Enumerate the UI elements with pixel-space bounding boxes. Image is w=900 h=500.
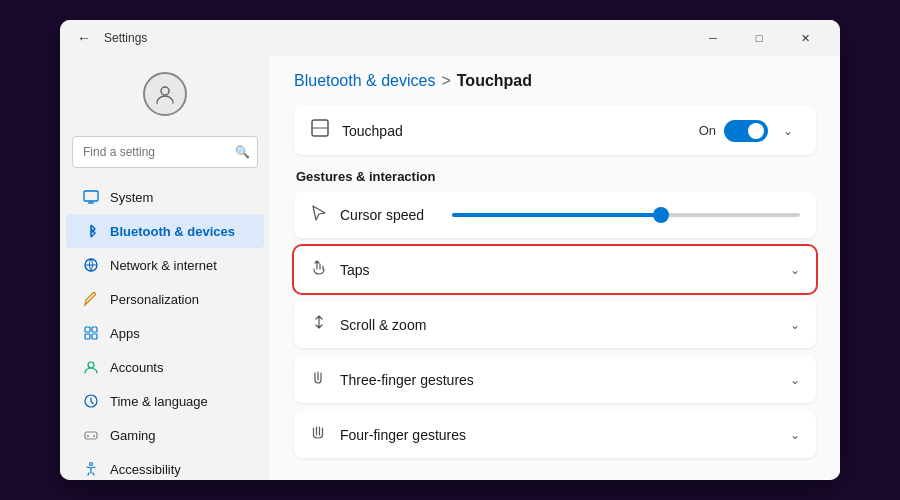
expand-row-three-finger[interactable]: Three-finger gestures ⌄ [294,356,816,403]
expand-row-four-finger[interactable]: Four-finger gestures ⌄ [294,411,816,458]
touchpad-card-right: On ⌄ [699,119,800,143]
window-title: Settings [104,31,147,45]
sidebar-label-system: System [110,190,153,205]
breadcrumb-parent[interactable]: Bluetooth & devices [294,72,435,90]
breadcrumb-separator: > [441,72,450,90]
four-finger-label: Four-finger gestures [340,427,778,443]
avatar[interactable] [143,72,187,116]
svg-rect-7 [85,334,90,339]
scroll-zoom-label: Scroll & zoom [340,317,778,333]
expand-row-scroll-zoom[interactable]: Scroll & zoom ⌄ [294,301,816,348]
sidebar-label-network: Network & internet [110,258,217,273]
sidebar-item-personalization[interactable]: Personalization [66,282,264,316]
three-finger-label: Three-finger gestures [340,372,778,388]
title-bar: ← Settings ─ □ ✕ [60,20,840,56]
sidebar: 🔍 System Bluetooth & devices Network & i… [60,56,270,480]
settings-window: ← Settings ─ □ ✕ 🔍 [60,20,840,480]
system-icon [82,188,100,206]
touchpad-card: Touchpad On ⌄ [294,106,816,155]
touchpad-chevron[interactable]: ⌄ [776,119,800,143]
touchpad-label: Touchpad [342,123,687,139]
svg-point-14 [93,435,95,437]
sidebar-item-bluetooth[interactable]: Bluetooth & devices [66,214,264,248]
sidebar-label-accessibility: Accessibility [110,462,181,477]
touchpad-toggle-label: On [699,123,716,138]
window-controls: ─ □ ✕ [690,20,828,56]
minimize-button[interactable]: ─ [690,20,736,56]
search-box: 🔍 [72,136,258,168]
three-finger-icon [310,368,328,391]
cursor-speed-row: Cursor speed [294,192,816,238]
touchpad-toggle[interactable] [724,120,768,142]
sidebar-label-apps: Apps [110,326,140,341]
scroll-zoom-chevron: ⌄ [790,318,800,332]
breadcrumb: Bluetooth & devices > Touchpad [294,72,816,90]
search-input[interactable] [72,136,258,168]
sidebar-item-system[interactable]: System [66,180,264,214]
sidebar-label-gaming: Gaming [110,428,156,443]
gaming-icon [82,426,100,444]
taps-icon [310,258,328,281]
svg-rect-6 [92,327,97,332]
content-area: 🔍 System Bluetooth & devices Network & i… [60,56,840,480]
sidebar-item-accessibility[interactable]: Accessibility [66,452,264,480]
toggle-knob [748,123,764,139]
apps-icon [82,324,100,342]
search-icon: 🔍 [235,145,250,159]
main-panel: Bluetooth & devices > Touchpad Touchpad … [270,56,840,480]
accessibility-icon [82,460,100,478]
cursor-speed-slider[interactable] [452,213,800,217]
gestures-section-header: Gestures & interaction [296,169,816,184]
sidebar-item-gaming[interactable]: Gaming [66,418,264,452]
avatar-section [60,56,270,132]
slider-thumb[interactable] [653,207,669,223]
cursor-icon [310,204,328,226]
scroll-zoom-icon [310,313,328,336]
svg-point-0 [161,87,169,95]
cursor-speed-label: Cursor speed [340,207,440,223]
sidebar-label-personalization: Personalization [110,292,199,307]
four-finger-chevron: ⌄ [790,428,800,442]
sidebar-item-network[interactable]: Network & internet [66,248,264,282]
svg-point-15 [90,463,93,466]
accounts-icon [82,358,100,376]
svg-rect-5 [85,327,90,332]
four-finger-icon [310,423,328,446]
personalization-icon [82,290,100,308]
svg-point-9 [88,362,94,368]
bluetooth-icon [82,222,100,240]
svg-rect-8 [92,334,97,339]
taps-chevron: ⌄ [790,263,800,277]
breadcrumb-current: Touchpad [457,72,532,90]
sidebar-label-time: Time & language [110,394,208,409]
sidebar-item-time[interactable]: Time & language [66,384,264,418]
close-button[interactable]: ✕ [782,20,828,56]
svg-rect-1 [84,191,98,201]
sidebar-label-bluetooth: Bluetooth & devices [110,224,235,239]
svg-rect-11 [85,432,97,439]
sidebar-label-accounts: Accounts [110,360,163,375]
network-icon [82,256,100,274]
taps-label: Taps [340,262,778,278]
expand-row-taps[interactable]: Taps ⌄ [294,246,816,293]
back-button[interactable]: ← [72,26,96,50]
three-finger-chevron: ⌄ [790,373,800,387]
sidebar-item-apps[interactable]: Apps [66,316,264,350]
slider-fill [452,213,661,217]
touchpad-icon [310,118,330,143]
time-icon [82,392,100,410]
maximize-button[interactable]: □ [736,20,782,56]
sidebar-item-accounts[interactable]: Accounts [66,350,264,384]
